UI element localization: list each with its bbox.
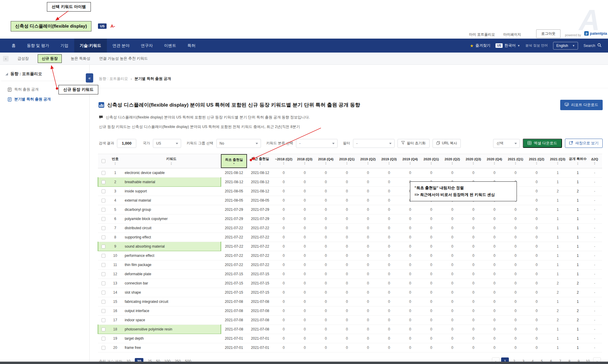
- row-checkbox-cell[interactable]: [98, 288, 109, 297]
- column-quarter-13[interactable]: 2021 (Q2)▲▼: [526, 154, 547, 168]
- keyword-cell[interactable]: distributed circuit: [122, 224, 221, 233]
- row-checkbox[interactable]: [102, 171, 105, 175]
- row-checkbox-cell[interactable]: [98, 242, 109, 251]
- keyword-cell[interactable]: fabricating integrated circuit: [122, 297, 221, 306]
- row-checkbox[interactable]: [102, 272, 105, 276]
- nav-item-6[interactable]: 연구자: [135, 39, 159, 53]
- column-quarter-8[interactable]: 2020 (Q1)▲▼: [421, 154, 442, 168]
- nav-item-3[interactable]: 기업: [55, 39, 74, 53]
- column-patent-count[interactable]: 공개 특허수▲▼: [568, 154, 587, 168]
- row-checkbox[interactable]: [102, 346, 105, 350]
- breadcrumb-parent[interactable]: 동향 : 포트폴리오: [99, 76, 128, 81]
- subnav-item-1[interactable]: 급성장: [18, 56, 29, 61]
- keyword-cell[interactable]: sound absorbing material: [122, 242, 221, 251]
- column-num[interactable]: 번호▲▼: [109, 154, 122, 168]
- logout-button[interactable]: 로그아웃: [536, 29, 560, 38]
- row-checkbox-cell[interactable]: [98, 279, 109, 288]
- select-all-checkbox-cell[interactable]: [98, 154, 109, 168]
- row-checkbox[interactable]: [102, 199, 105, 202]
- row-checkbox-cell[interactable]: [98, 297, 109, 306]
- row-checkbox[interactable]: [102, 291, 105, 295]
- keyword-cell[interactable]: frame free: [122, 343, 221, 352]
- row-checkbox-cell[interactable]: [98, 233, 109, 242]
- keyword-cell[interactable]: photosensitive polyimide resin: [122, 325, 221, 334]
- keyword-cell[interactable]: external material: [122, 196, 221, 205]
- row-checkbox[interactable]: [102, 254, 105, 258]
- country-select[interactable]: US: [153, 139, 181, 148]
- report-download-button[interactable]: 리포트 다운로드: [560, 100, 603, 110]
- keyword-cell[interactable]: supporting effect: [122, 233, 221, 242]
- column-quarter-9[interactable]: 2020 (Q2)▲▼: [442, 154, 463, 168]
- row-checkbox[interactable]: [102, 327, 105, 331]
- selected-keyword-highlight[interactable]: 신축성 디스플레이(flexible display): [11, 21, 91, 31]
- keyword-cell[interactable]: output interface: [122, 306, 221, 316]
- row-checkbox[interactable]: [102, 208, 105, 212]
- keyword-cell[interactable]: slot shape: [122, 288, 221, 297]
- column-quarter-14[interactable]: 2021 (Q3)▲▼: [547, 154, 568, 168]
- row-checkbox[interactable]: [102, 217, 105, 221]
- keyword-cell[interactable]: connection bar: [122, 279, 221, 288]
- row-checkbox-cell[interactable]: [98, 343, 109, 352]
- keyword-cell[interactable]: deformable plate: [122, 270, 221, 279]
- row-checkbox[interactable]: [102, 180, 105, 184]
- row-checkbox-cell[interactable]: [98, 260, 109, 270]
- subnav-item-2[interactable]: 신규 등장: [38, 54, 62, 63]
- open-new-window-button[interactable]: 새창으로 보기: [565, 139, 603, 148]
- nav-item-7[interactable]: 이벤트: [159, 39, 182, 53]
- sidebar-collapse-button[interactable]: «: [86, 73, 93, 83]
- row-checkbox-cell[interactable]: [98, 196, 109, 205]
- filter-select[interactable]: -: [353, 139, 395, 148]
- row-checkbox-cell[interactable]: [98, 316, 109, 325]
- column-quarter-10[interactable]: 2020 (Q3)▲▼: [463, 154, 484, 168]
- row-checkbox-cell[interactable]: [98, 214, 109, 224]
- nav-item-1[interactable]: 홈: [6, 39, 21, 53]
- search-button[interactable]: Search: [583, 43, 601, 48]
- row-checkbox-cell[interactable]: [98, 187, 109, 196]
- column-quarter-3[interactable]: 2018 (Q4)▲▼: [315, 154, 336, 168]
- row-checkbox[interactable]: [102, 281, 105, 285]
- row-checkbox-cell[interactable]: [98, 270, 109, 279]
- column-quarter-12[interactable]: 2021 (Q1)▲▼: [505, 154, 526, 168]
- nav-item-5[interactable]: 연관 분야: [107, 39, 135, 53]
- keyword-cell[interactable]: electronic device capable: [122, 168, 221, 178]
- keyword-cell[interactable]: dicarbonyl group: [122, 205, 221, 214]
- copy-url-button[interactable]: URL 복사: [433, 139, 461, 148]
- column-quarter-1[interactable]: ~2018 (Q2)▲▼: [273, 154, 294, 168]
- keyword-cell[interactable]: indoor space: [122, 316, 221, 325]
- column-last-date[interactable]: 최근 출현일▲▼: [247, 154, 273, 168]
- site-language-selector[interactable]: US 한국어 ▼: [495, 43, 520, 48]
- action-select[interactable]: 선택: [493, 139, 520, 148]
- nav-item-8[interactable]: 특허: [182, 39, 201, 53]
- nav-item-2[interactable]: 동향 및 평가: [21, 39, 55, 53]
- column-quarter-4[interactable]: 2019 (Q1)▲▼: [336, 154, 357, 168]
- brand-logo[interactable]: p patentpia: [584, 31, 607, 36]
- row-checkbox[interactable]: [102, 263, 105, 267]
- keyword-cell[interactable]: thin film package: [122, 260, 221, 270]
- column-quarter-2[interactable]: 2018 (Q3)▲▼: [294, 154, 315, 168]
- row-checkbox-cell[interactable]: [98, 334, 109, 343]
- my-page-link[interactable]: 마이페이지: [503, 32, 521, 37]
- sidebar-item-2[interactable]: 분기별 특허 출원 공개: [0, 94, 89, 104]
- row-checkbox[interactable]: [102, 318, 105, 322]
- row-checkbox-cell[interactable]: [98, 224, 109, 233]
- subnav-back-button[interactable]: ‹: [3, 56, 9, 61]
- filter-reset-button[interactable]: 필터 초기화: [398, 139, 429, 148]
- column-first-date[interactable]: 최초 출현일▼: [221, 154, 247, 168]
- row-checkbox[interactable]: [102, 300, 105, 304]
- row-checkbox[interactable]: [102, 245, 105, 249]
- excel-download-button[interactable]: 엑셀 다운로드: [523, 139, 562, 148]
- column-keyword[interactable]: 키워드▲▼: [122, 154, 221, 168]
- row-checkbox[interactable]: [102, 235, 105, 239]
- keyword-group-select[interactable]: No: [216, 139, 261, 148]
- keyword-cell[interactable]: breathable material: [122, 178, 221, 187]
- column-delta[interactable]: Δ2Q▲▼: [587, 154, 602, 168]
- nav-item-4[interactable]: 기술:키워드: [74, 39, 107, 53]
- my-portfolio-link[interactable]: 마이 포트폴리오: [469, 32, 495, 37]
- row-checkbox-cell[interactable]: [98, 325, 109, 334]
- keyword-cell[interactable]: inside support: [122, 187, 221, 196]
- analysis-language-selector[interactable]: English ▼: [553, 42, 578, 50]
- column-quarter-7[interactable]: 2019 (Q4)▲▼: [400, 154, 421, 168]
- select-all-checkbox[interactable]: [102, 159, 105, 163]
- row-checkbox[interactable]: [102, 226, 105, 230]
- row-checkbox-cell[interactable]: [98, 251, 109, 260]
